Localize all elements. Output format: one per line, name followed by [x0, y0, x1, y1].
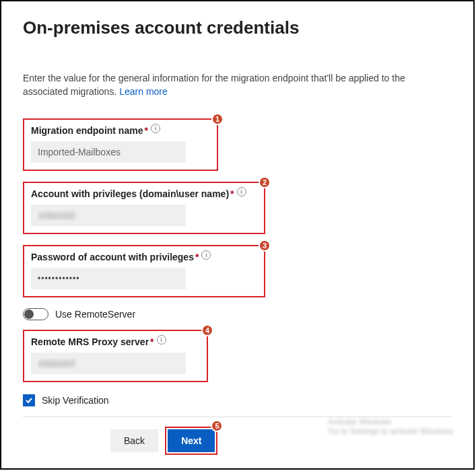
intro-copy: Enter the value for the general informat…	[23, 73, 405, 97]
skip-verification-row: Skip Verification	[23, 394, 452, 406]
step-badge-5: 5	[211, 420, 223, 432]
dialog-frame: On-premises account credentials Enter th…	[0, 0, 475, 470]
watermark-ghost: Activate WindowsGo to Settings to activa…	[328, 417, 453, 436]
endpoint-name-group: 1 Migration endpoint name * i	[23, 118, 218, 171]
proxy-group: 4 Remote MRS Proxy server * i	[23, 330, 208, 382]
use-remoteserver-row: Use RemoteServer	[23, 308, 452, 320]
endpoint-name-label: Migration endpoint name	[31, 125, 143, 136]
use-remoteserver-label: Use RemoteServer	[55, 309, 135, 320]
password-input[interactable]	[31, 268, 186, 289]
required-asterisk: *	[144, 125, 147, 136]
account-group: 2 Account with privileges (domain\user n…	[23, 182, 265, 234]
next-button-highlight: 5 Next	[165, 427, 217, 455]
footer: Back 5 Next Activate WindowsGo to Settin…	[1, 416, 473, 455]
info-icon[interactable]: i	[157, 335, 166, 345]
skip-verification-label: Skip Verification	[42, 395, 109, 406]
step-badge-1: 1	[211, 113, 224, 125]
page-title: On-premises account credentials	[23, 17, 452, 38]
proxy-label: Remote MRS Proxy server	[31, 336, 149, 347]
proxy-input[interactable]	[31, 353, 186, 374]
back-button[interactable]: Back	[110, 429, 158, 452]
password-group: 3 Password of account with privileges * …	[23, 245, 265, 297]
step-badge-3: 3	[259, 240, 271, 252]
skip-verification-checkbox[interactable]	[23, 394, 35, 406]
step-badge-4: 4	[201, 324, 213, 336]
step-badge-2: 2	[259, 176, 271, 188]
required-asterisk: *	[230, 188, 234, 199]
button-row: Back 5 Next	[110, 427, 299, 455]
required-asterisk: *	[150, 336, 154, 347]
intro-text: Enter the value for the general informat…	[23, 72, 452, 98]
password-label: Password of account with privileges	[31, 252, 194, 262]
next-button[interactable]: Next	[168, 429, 215, 452]
toggle-knob	[24, 310, 34, 319]
info-icon[interactable]: i	[151, 124, 160, 133]
required-asterisk: *	[195, 252, 199, 262]
endpoint-name-input[interactable]	[31, 141, 186, 163]
account-label: Account with privileges (domain\user nam…	[31, 188, 229, 199]
info-icon[interactable]: i	[201, 250, 211, 260]
use-remoteserver-toggle[interactable]	[23, 308, 48, 320]
info-icon[interactable]: i	[237, 187, 246, 196]
learn-more-link[interactable]: Learn more	[119, 86, 168, 97]
account-input[interactable]	[31, 205, 186, 226]
